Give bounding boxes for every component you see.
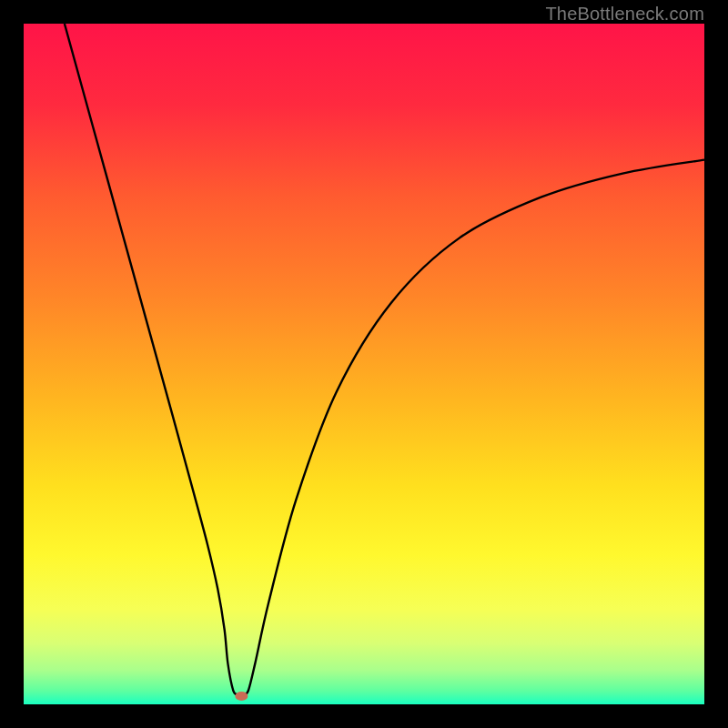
curve-layer: [24, 24, 704, 704]
optimum-marker: [235, 692, 248, 701]
chart-container: TheBottleneck.com: [0, 0, 728, 728]
attribution-label: TheBottleneck.com: [545, 4, 704, 25]
bottleneck-curve: [65, 24, 704, 695]
plot-area: [24, 24, 704, 704]
